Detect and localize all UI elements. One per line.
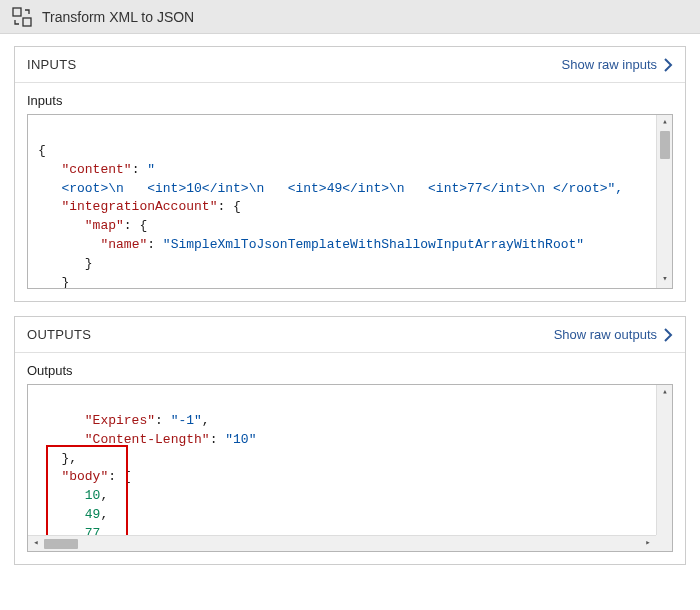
- show-raw-outputs-label: Show raw outputs: [554, 327, 657, 342]
- chevron-right-icon: [663, 328, 673, 342]
- outputs-code-area[interactable]: "Expires": "-1", "Content-Length": "10" …: [27, 384, 673, 552]
- scroll-down-icon[interactable]: ▾: [657, 272, 673, 288]
- inputs-sublabel: Inputs: [27, 93, 673, 108]
- outputs-title: OUTPUTS: [27, 327, 91, 342]
- outputs-header: OUTPUTS Show raw outputs: [15, 317, 685, 353]
- scroll-thumb[interactable]: [44, 539, 78, 549]
- inputs-scrollbar-vertical[interactable]: ▴ ▾: [656, 115, 672, 288]
- outputs-scrollbar-vertical[interactable]: ▴ ▾: [656, 385, 672, 551]
- outputs-scrollbar-horizontal[interactable]: ◂ ▸: [28, 535, 656, 551]
- window-title: Transform XML to JSON: [42, 9, 194, 25]
- window-header: Transform XML to JSON: [0, 0, 700, 34]
- chevron-right-icon: [663, 58, 673, 72]
- scroll-up-icon[interactable]: ▴: [657, 385, 673, 401]
- show-raw-outputs-link[interactable]: Show raw outputs: [554, 327, 673, 342]
- inputs-code-area[interactable]: { "content": " <root>\n <int>10</int>\n …: [27, 114, 673, 289]
- scroll-corner: [656, 535, 672, 551]
- scroll-left-icon[interactable]: ◂: [28, 536, 44, 552]
- outputs-panel: OUTPUTS Show raw outputs Outputs "Expire…: [14, 316, 686, 565]
- outputs-sublabel: Outputs: [27, 363, 673, 378]
- transform-icon: [12, 7, 32, 27]
- svg-rect-1: [23, 18, 31, 26]
- scroll-up-icon[interactable]: ▴: [657, 115, 673, 131]
- svg-rect-0: [13, 8, 21, 16]
- inputs-header: INPUTS Show raw inputs: [15, 47, 685, 83]
- scroll-thumb[interactable]: [660, 131, 670, 159]
- scroll-right-icon[interactable]: ▸: [640, 536, 656, 552]
- inputs-title: INPUTS: [27, 57, 76, 72]
- show-raw-inputs-label: Show raw inputs: [562, 57, 657, 72]
- inputs-panel: INPUTS Show raw inputs Inputs { "content…: [14, 46, 686, 302]
- show-raw-inputs-link[interactable]: Show raw inputs: [562, 57, 673, 72]
